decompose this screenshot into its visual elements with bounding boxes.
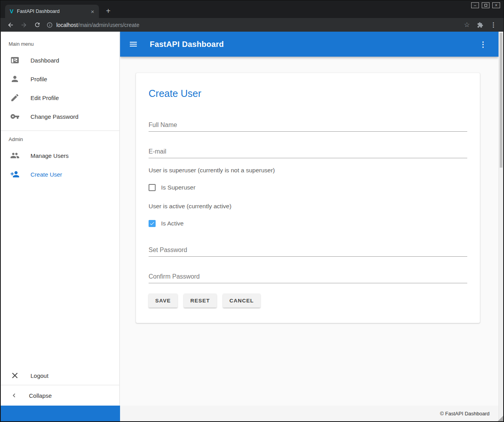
full-name-field (149, 121, 467, 132)
footer-copyright-area: © FastAPI Dashboard (120, 406, 499, 421)
sidebar-item-profile[interactable]: Profile (1, 70, 119, 88)
sidebar-item-label: Edit Profile (30, 95, 59, 101)
copyright-text: © FastAPI Dashboard (440, 411, 490, 417)
person-add-icon (10, 170, 20, 179)
browser-titlebar: V FastAPI Dashboard × + – × (0, 0, 504, 18)
sidebar-item-edit-profile[interactable]: Edit Profile (1, 88, 119, 107)
footer-primary-strip (1, 406, 120, 421)
browser-tab[interactable]: V FastAPI Dashboard × (5, 5, 99, 18)
set-password-field (149, 246, 467, 257)
browser-window: V FastAPI Dashboard × + – × localhost/ma… (0, 0, 504, 422)
superuser-hint: User is superuser (currently is not a su… (149, 167, 467, 174)
url-host: localhost (56, 22, 78, 28)
reload-icon (34, 21, 41, 28)
sidebar-bottom: Logout Collapse (1, 366, 119, 406)
confirm-password-input[interactable] (149, 273, 467, 283)
hamburger-menu-icon[interactable] (129, 39, 138, 49)
key-icon (10, 112, 20, 121)
sidebar-item-change-password[interactable]: Change Password (1, 107, 119, 126)
extension-button[interactable] (475, 20, 486, 30)
active-hint: User is active (currently active) (149, 203, 467, 210)
extension-icon (477, 22, 483, 28)
person-icon (10, 74, 20, 84)
window-controls: – × (471, 2, 500, 8)
browser-toolbar: localhost/main/admin/users/create ☆ ⋮ (0, 18, 504, 32)
new-tab-button[interactable]: + (103, 7, 114, 16)
is-superuser-label[interactable]: Is Superuser (161, 184, 196, 191)
dashboard-icon (10, 55, 20, 65)
maximize-icon (484, 4, 487, 7)
sidebar-item-label: Dashboard (30, 57, 59, 64)
is-active-label[interactable]: Is Active (161, 220, 184, 227)
back-icon (7, 21, 14, 29)
reset-button[interactable]: RESET (184, 293, 217, 308)
full-name-input[interactable] (149, 121, 467, 132)
sidebar-item-label: Profile (30, 76, 47, 82)
resize-grip-icon[interactable] (498, 416, 503, 421)
save-button[interactable]: SAVE (149, 293, 178, 308)
sidebar: Main menu Dashboard Profile Edit Profile… (1, 32, 120, 406)
sidebar-item-label: Manage Users (30, 152, 69, 159)
confirm-password-field (149, 273, 467, 283)
is-active-checkbox-row[interactable]: Is Active (149, 220, 467, 227)
tab-title: FastAPI Dashboard (17, 9, 86, 14)
reload-button[interactable] (32, 20, 43, 30)
appbar-title: FastAPI Dashboard (150, 40, 224, 49)
page-scrollbar[interactable] (499, 32, 503, 421)
page: Main menu Dashboard Profile Edit Profile… (1, 32, 503, 421)
set-password-input[interactable] (149, 246, 467, 257)
appbar-menu-icon[interactable]: ⋮ (476, 38, 490, 50)
logout-icon (10, 371, 20, 380)
scrollbar-thumb[interactable] (500, 33, 502, 168)
create-user-card: Create User User is superuser (currently… (136, 73, 480, 323)
forward-button[interactable] (18, 20, 29, 30)
sidebar-section-main: Main menu (1, 32, 119, 51)
group-icon (10, 151, 20, 160)
sidebar-collapse-button[interactable]: Collapse (1, 385, 119, 406)
sidebar-item-label: Create User (30, 171, 62, 178)
address-bar[interactable]: localhost/main/admin/users/create (47, 21, 459, 29)
email-field (149, 148, 467, 158)
forward-icon (20, 21, 27, 29)
is-superuser-checkbox-row[interactable]: Is Superuser (149, 184, 467, 191)
pencil-icon (10, 93, 20, 102)
page-title: Create User (149, 88, 467, 99)
info-icon[interactable] (47, 22, 53, 28)
sidebar-section-admin: Admin (1, 131, 119, 146)
email-input[interactable] (149, 148, 467, 158)
chevron-left-icon (10, 392, 18, 399)
sidebar-item-dashboard[interactable]: Dashboard (1, 51, 119, 70)
back-button[interactable] (5, 20, 16, 30)
browser-menu-button[interactable]: ⋮ (488, 20, 499, 30)
is-active-checkbox[interactable] (149, 220, 156, 227)
star-icon: ☆ (464, 21, 470, 29)
bookmark-button[interactable]: ☆ (461, 20, 472, 30)
sidebar-item-create-user[interactable]: Create User (1, 165, 119, 184)
url-path: /main/admin/users/create (78, 22, 139, 28)
main-content: FastAPI Dashboard ⋮ Create User User is … (120, 32, 499, 406)
footer: © FastAPI Dashboard (1, 406, 499, 421)
form-buttons: SAVE RESET CANCEL (149, 293, 467, 308)
check-icon (149, 221, 155, 226)
minimize-button[interactable]: – (471, 2, 479, 8)
collapse-label: Collapse (29, 392, 52, 399)
browser-menu-icon: ⋮ (490, 21, 497, 29)
sidebar-item-label: Change Password (30, 113, 79, 120)
close-window-button[interactable]: × (492, 2, 500, 8)
maximize-button[interactable] (482, 2, 490, 8)
cancel-button[interactable]: CANCEL (223, 293, 260, 308)
app-bar: FastAPI Dashboard ⋮ (120, 32, 499, 57)
fastapi-favicon-icon: V (10, 8, 13, 14)
sidebar-item-logout[interactable]: Logout (1, 366, 119, 385)
is-superuser-checkbox[interactable] (149, 184, 156, 191)
url-text[interactable]: localhost/main/admin/users/create (56, 21, 139, 29)
tab-close-icon[interactable]: × (89, 8, 96, 15)
sidebar-item-manage-users[interactable]: Manage Users (1, 146, 119, 165)
sidebar-item-label: Logout (30, 372, 48, 379)
